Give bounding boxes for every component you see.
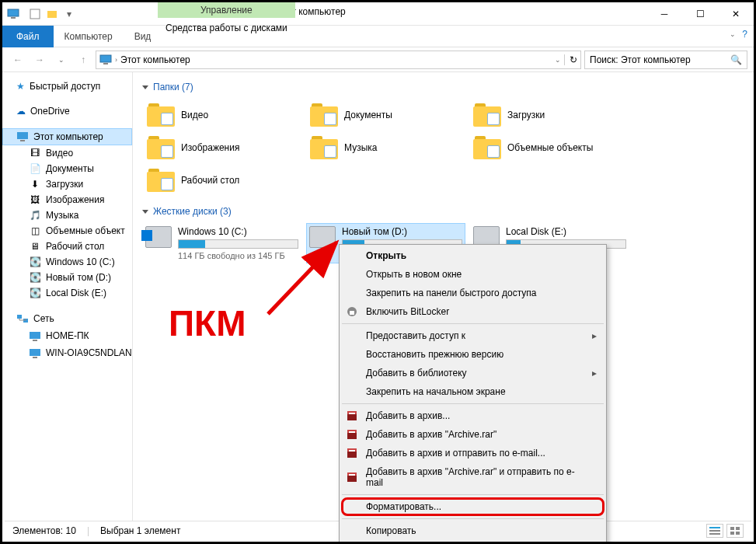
sidebar-item[interactable]: WIN-OIA9C5NDLAN xyxy=(2,344,132,361)
svg-rect-0 xyxy=(8,9,19,16)
qat-new-folder-icon[interactable] xyxy=(44,6,60,22)
context-menu-item[interactable]: Добавить в библиотеку xyxy=(341,364,604,382)
context-menu-item[interactable]: Добавить в архив "Archive.rar" и отправи… xyxy=(341,462,604,492)
sidebar-item[interactable]: 🎵Музыка xyxy=(2,207,132,223)
qat-properties-icon[interactable] xyxy=(27,6,43,22)
tab-view[interactable]: Вид xyxy=(124,26,162,47)
svg-rect-16 xyxy=(709,533,720,535)
context-menu-item[interactable]: Предоставить доступ к xyxy=(341,326,604,345)
svg-rect-25 xyxy=(349,413,355,414)
context-menu: ОткрытьОткрыть в новом окнеЗакрепить на … xyxy=(339,244,607,544)
close-button[interactable]: ✕ xyxy=(718,2,754,26)
back-button[interactable]: ← xyxy=(9,51,27,69)
context-menu-item[interactable]: Копировать xyxy=(341,521,604,540)
svg-rect-10 xyxy=(30,332,40,339)
sidebar-item[interactable]: 💽Local Disk (E:) xyxy=(2,285,132,301)
sidebar-item[interactable]: 🎞Видео xyxy=(2,145,132,161)
ribbon-tabs: Компьютер Вид xyxy=(54,26,162,47)
view-large-button[interactable] xyxy=(726,524,744,538)
recent-dropdown[interactable]: ⌄ xyxy=(52,51,71,69)
sidebar-item[interactable]: 💽Windows 10 (C:) xyxy=(2,254,132,270)
drive-item[interactable]: Windows 10 (C:)114 ГБ свободно из 145 ГБ xyxy=(142,223,301,263)
sidebar-quick-access[interactable]: ★Быстрый доступ xyxy=(2,78,132,94)
svg-rect-14 xyxy=(709,527,720,528)
context-menu-item[interactable]: Закрепить на начальном экране xyxy=(341,382,604,401)
folder-item[interactable]: Рабочий стол xyxy=(142,164,305,197)
tab-computer[interactable]: Компьютер xyxy=(54,26,124,47)
address-row: ← → ⌄ ↑ › Этот компьютер ⌄ ↻ Поиск: Этот… xyxy=(2,47,754,72)
sidebar-item[interactable]: ⬇Загрузки xyxy=(2,176,132,192)
svg-rect-5 xyxy=(103,63,108,65)
folder-item[interactable]: Загрузки xyxy=(469,99,632,131)
svg-rect-15 xyxy=(709,530,720,532)
ribbon: Файл Компьютер Вид ⌄ ? xyxy=(2,26,754,47)
folder-item[interactable]: Изображения xyxy=(142,131,305,164)
sidebar-network[interactable]: Сеть xyxy=(2,310,132,327)
svg-rect-13 xyxy=(33,357,37,358)
status-selection: Выбран 1 элемент xyxy=(100,525,180,536)
navigation-pane: ★Быстрый доступ ☁OneDrive Этот компьютер… xyxy=(2,72,133,523)
svg-rect-6 xyxy=(17,132,28,139)
view-details-button[interactable] xyxy=(706,524,723,538)
svg-rect-17 xyxy=(730,527,734,530)
context-menu-item[interactable]: Восстановить прежнюю версию xyxy=(341,345,604,364)
title-bar: ▾ Этот компьютер ─ ☐ ✕ xyxy=(2,2,754,26)
minimize-button[interactable]: ─ xyxy=(646,2,682,26)
drives-group-header[interactable]: Жесткие диски (3) xyxy=(142,206,744,217)
svg-rect-34 xyxy=(349,474,355,476)
address-bar[interactable]: › Этот компьютер ⌄ ↻ xyxy=(96,51,581,69)
up-button[interactable]: ↑ xyxy=(74,51,92,69)
search-placeholder: Поиск: Этот компьютер xyxy=(590,54,691,65)
svg-rect-18 xyxy=(736,527,740,530)
folder-item[interactable]: Музыка xyxy=(305,131,469,164)
qat-dropdown-icon[interactable]: ▾ xyxy=(61,6,77,22)
sidebar-this-pc[interactable]: Этот компьютер xyxy=(2,128,132,145)
forward-button[interactable]: → xyxy=(30,51,49,69)
maximize-button[interactable]: ☐ xyxy=(682,2,718,26)
context-menu-item[interactable]: Форматировать... xyxy=(341,497,604,516)
svg-rect-4 xyxy=(100,55,111,62)
this-pc-icon xyxy=(7,8,19,20)
annotation-label: ПКМ xyxy=(169,302,246,344)
folders-group-header[interactable]: Папки (7) xyxy=(142,82,744,92)
status-item-count: Элементов: 10 xyxy=(12,525,76,536)
sidebar-item[interactable]: ◫Объемные объект xyxy=(2,223,132,239)
file-tab[interactable]: Файл xyxy=(2,26,54,47)
location-icon xyxy=(99,54,112,66)
folder-item[interactable]: Документы xyxy=(305,99,469,131)
sidebar-item[interactable]: 📄Документы xyxy=(2,161,132,176)
ribbon-expand-icon[interactable]: ⌄ xyxy=(730,30,736,38)
address-dropdown-icon[interactable]: ⌄ xyxy=(555,56,561,64)
contextual-header: Управление xyxy=(158,2,295,18)
svg-rect-28 xyxy=(349,431,355,433)
svg-rect-22 xyxy=(350,311,354,315)
svg-rect-2 xyxy=(30,9,40,19)
svg-rect-1 xyxy=(11,17,16,19)
svg-rect-3 xyxy=(47,11,57,18)
context-menu-item[interactable]: Добавить в архив... xyxy=(341,406,604,425)
context-menu-item[interactable]: Открыть в новом окне xyxy=(341,265,604,284)
svg-rect-20 xyxy=(736,532,740,535)
folder-item[interactable]: Видео xyxy=(142,99,305,131)
search-icon: 🔍 xyxy=(730,54,742,65)
sidebar-item[interactable]: 🖼Изображения xyxy=(2,192,132,207)
folder-item[interactable]: Объемные объекты xyxy=(469,131,632,164)
search-input[interactable]: Поиск: Этот компьютер 🔍 xyxy=(584,51,747,69)
svg-rect-8 xyxy=(17,315,22,319)
context-menu-item[interactable]: Включить BitLocker xyxy=(341,302,604,321)
svg-rect-11 xyxy=(33,340,37,341)
sidebar-item[interactable]: HOME-ПК xyxy=(2,327,132,344)
sidebar-item[interactable]: 🖥Рабочий стол xyxy=(2,239,132,254)
context-menu-item[interactable]: Закрепить на панели быстрого доступа xyxy=(341,284,604,302)
context-menu-item[interactable]: Добавить в архив и отправить по e-mail..… xyxy=(341,444,604,462)
svg-rect-7 xyxy=(20,140,25,141)
sidebar-onedrive[interactable]: ☁OneDrive xyxy=(2,103,132,119)
breadcrumb[interactable]: Этот компьютер xyxy=(120,54,190,65)
svg-rect-31 xyxy=(349,450,355,452)
sidebar-item[interactable]: 💽Новый том (D:) xyxy=(2,270,132,285)
context-menu-item[interactable]: Открыть xyxy=(341,246,604,265)
help-icon[interactable]: ? xyxy=(742,29,747,40)
refresh-icon[interactable]: ↻ xyxy=(564,54,577,65)
context-menu-item[interactable]: Добавить в архив "Archive.rar" xyxy=(341,425,604,444)
svg-rect-12 xyxy=(30,349,40,356)
